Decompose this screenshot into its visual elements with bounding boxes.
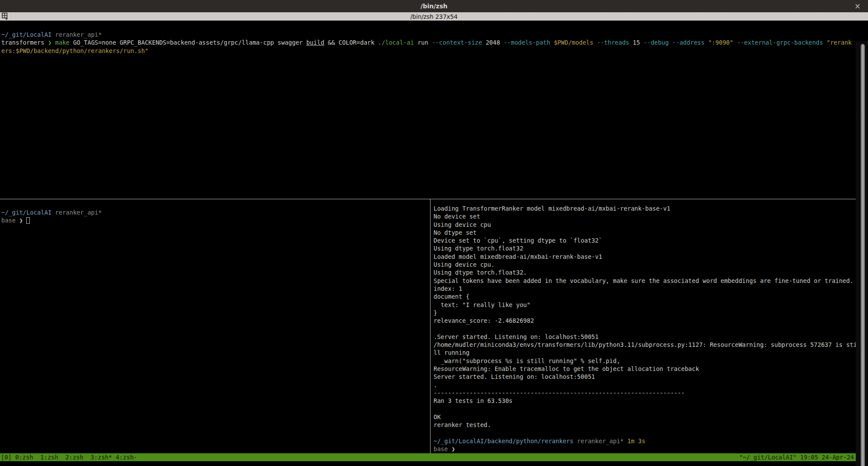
terminal-line: base ❯: [1, 216, 429, 224]
terminal-scrollbar[interactable]: [856, 41, 868, 466]
text-segment: 1m 3s: [624, 438, 645, 445]
text-segment: _warn("subprocess %s is still running" %…: [434, 357, 620, 364]
text-segment: reranker_api*: [52, 209, 102, 216]
text-segment: [593, 39, 597, 46]
text-segment: relevance_score: -2.46826982: [434, 317, 534, 324]
text-segment: --context-size: [432, 39, 482, 46]
terminal-line: /home/mudler/miniconda3/envs/transformer…: [434, 341, 856, 349]
terminal-line: OK: [434, 413, 856, 421]
text-segment: [823, 39, 826, 46]
text-segment: document {: [434, 293, 470, 300]
text-segment: [733, 39, 737, 46]
text-segment: ./local-ai: [378, 39, 414, 46]
text-segment: base: [434, 445, 452, 452]
pane-border-horizontal[interactable]: [0, 199, 856, 199]
tab-list-icon[interactable]: [2, 13, 10, 20]
text-segment: ResourceWarning: Enable tracemalloc to g…: [434, 365, 699, 372]
terminal-line: ers:$PWD/backend/python/rerankers/run.sh…: [1, 47, 856, 55]
terminal-line: reranker tested.: [434, 421, 856, 429]
text-segment: /home/mudler/miniconda3/envs/transformer…: [434, 341, 856, 348]
text-segment: [669, 39, 672, 46]
tmux-pane-bottom-left[interactable]: ~/_git/LocalAI reranker_api*base ❯: [1, 208, 429, 454]
text-segment: No dtype set: [434, 229, 477, 236]
terminal-window: /bin/zsh × /bin/zsh 237x54 ~/_git/LocalA…: [0, 0, 868, 466]
terminal-line: Ran 3 tests in 63.530s: [434, 397, 856, 405]
text-segment: --debug: [644, 39, 669, 46]
text-segment: ❯: [452, 445, 455, 452]
terminal-line: [434, 405, 856, 413]
tab-title[interactable]: /bin/zsh 237x54: [410, 13, 458, 20]
terminal-line: Special tokens have been added in the vo…: [434, 277, 856, 285]
text-segment: reranker tested.: [434, 421, 491, 428]
terminal-content: ~/_git/LocalAI reranker_api*transformers…: [0, 21, 868, 466]
text-segment: Ran 3 tests in 63.530s: [434, 397, 512, 404]
terminal-line: Using dtype torch.float32.: [434, 268, 856, 276]
text-segment: OK: [434, 413, 441, 420]
tmux-window-list[interactable]: [0] 0:zsh 1:zsh 2:zsh 3:zsh* 4:zsh-: [0, 453, 137, 461]
text-segment: && COLOR=dark: [324, 39, 378, 46]
text-segment: 2048: [482, 39, 504, 46]
text-segment: ❯: [48, 39, 55, 46]
text-segment: }: [434, 309, 437, 316]
text-segment: text: "I really like you": [434, 301, 530, 308]
text-segment: ~/_git/LocalAI: [1, 209, 52, 216]
window-title: /bin/zsh: [420, 3, 447, 10]
pane-border-vertical[interactable]: [430, 199, 430, 453]
terminal-line: .Server started. Listening on: localhost…: [434, 333, 856, 341]
text-segment: Using dtype torch.float32.: [434, 269, 527, 276]
text-segment: --address: [672, 39, 705, 46]
terminal-line: [434, 429, 856, 437]
text-segment: Using device cpu: [434, 221, 491, 228]
terminal-line: ~/_git/LocalAI/backend/python/rerankers …: [434, 437, 856, 445]
scrollbar-thumb[interactable]: [861, 44, 865, 466]
text-cursor: [26, 217, 30, 224]
text-segment: ~/_git/LocalAI/backend/python/rerankers: [434, 438, 573, 445]
text-segment: base: [1, 217, 19, 224]
terminal-line: ResourceWarning: Enable tracemalloc to g…: [434, 365, 856, 373]
text-segment: Special tokens have been added in the vo…: [434, 277, 854, 284]
tmux-pane-top[interactable]: ~/_git/LocalAI reranker_api*transformers…: [1, 31, 856, 206]
terminal-line: Server started. Listening on: localhost:…: [434, 373, 856, 381]
text-segment: --models-path: [504, 39, 550, 46]
text-segment: --external-grpc-backends: [737, 39, 823, 46]
text-segment: No device set: [434, 213, 480, 220]
close-button[interactable]: ×: [852, 1, 863, 11]
terminal-line: ll running: [434, 349, 856, 357]
text-segment: Loaded model mixedbread-ai/mxbai-rerank-…: [434, 253, 602, 260]
terminal-line: ~/_git/LocalAI reranker_api*: [1, 31, 856, 39]
terminal-line: _warn("subprocess %s is still running" %…: [434, 357, 856, 365]
text-segment: run: [414, 39, 432, 46]
terminal-line: Using device cpu: [434, 221, 856, 229]
terminal-line: text: "I really like you": [434, 301, 856, 309]
terminal-line: index: 1: [434, 285, 856, 293]
text-segment: 15: [629, 39, 644, 46]
terminal-line: .: [434, 381, 856, 389]
terminal-line: document {: [434, 293, 856, 300]
text-segment: .: [434, 381, 437, 388]
text-segment: ----------------------------------------…: [434, 389, 685, 396]
terminal-line: Loading TransformerRanker model mixedbre…: [434, 205, 856, 212]
terminal-line: transformers ❯ make GO_TAGS=none GRPC_BA…: [1, 39, 856, 46]
text-segment: index: 1: [434, 285, 462, 292]
text-segment: ll running: [434, 349, 470, 356]
text-segment: Using dtype torch.float32: [434, 245, 523, 252]
text-segment: ~/_git/LocalAI: [1, 31, 52, 38]
text-segment: ":9090": [708, 39, 733, 46]
text-segment: Loading TransformerRanker model mixedbre…: [434, 205, 670, 212]
terminal-line: }: [434, 309, 856, 317]
text-segment: reranker_api*: [52, 31, 102, 38]
text-segment: ❯: [19, 217, 26, 224]
text-segment: "rerank: [827, 39, 852, 46]
text-segment: make: [55, 39, 70, 46]
tab-bar: /bin/zsh 237x54: [0, 12, 868, 21]
terminal-line: ----------------------------------------…: [434, 389, 856, 397]
text-segment: Device set to `cpu`, setting dtype to `f…: [434, 237, 602, 244]
text-segment: --threads: [597, 39, 630, 46]
text-segment: $PWD/models: [554, 39, 593, 46]
terminal-line: No dtype set: [434, 229, 856, 237]
terminal-line: [434, 325, 856, 332]
tmux-pane-bottom-right[interactable]: Loading TransformerRanker model mixedbre…: [434, 205, 856, 454]
terminal-line: relevance_score: -2.46826982: [434, 317, 856, 325]
window-titlebar: /bin/zsh ×: [0, 0, 868, 12]
terminal-line: No device set: [434, 212, 856, 220]
